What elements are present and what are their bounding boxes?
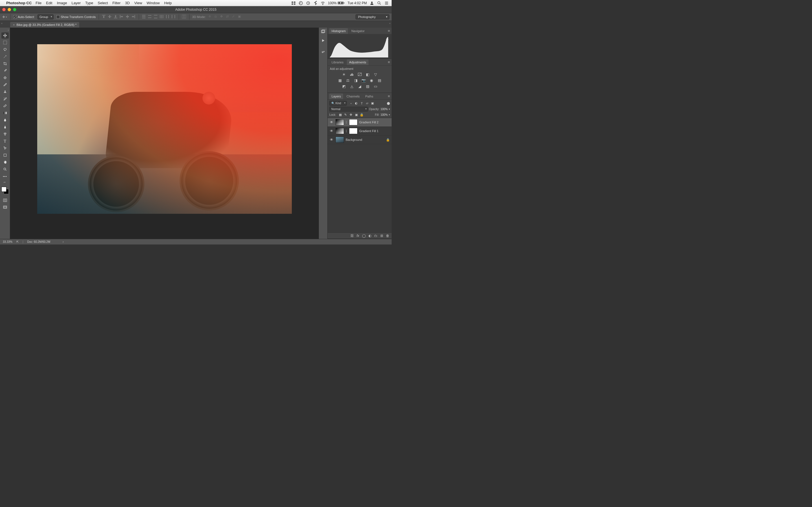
curves-adjustment-icon[interactable] [357, 72, 362, 76]
distribute-left-icon[interactable] [160, 15, 164, 19]
document-canvas[interactable] [37, 44, 292, 214]
menu-help[interactable]: Help [164, 1, 172, 5]
document-tab[interactable]: × Bike.jpg @ 33.3% (Gradient Fill 2, RGB… [10, 22, 79, 27]
blur-tool[interactable] [1, 117, 9, 123]
layer-name[interactable]: Gradient Fill 2 [359, 121, 390, 124]
battery-status[interactable]: 100% [328, 1, 345, 5]
menu-window[interactable]: Window [147, 1, 160, 5]
layer-link-icon[interactable]: ⦚ [346, 129, 347, 133]
menu-view[interactable]: View [134, 1, 142, 5]
distribute-right-icon[interactable] [171, 15, 176, 19]
color-balance-icon[interactable]: ⚖ [345, 78, 350, 82]
eraser-tool[interactable] [1, 103, 9, 109]
layer-name[interactable]: Gradient Fill 1 [359, 129, 390, 133]
posterize-adjustment-icon[interactable]: ◬ [349, 84, 354, 89]
quick-mask-icon[interactable] [1, 197, 9, 203]
3d-camera-icon[interactable]: ▣ [238, 15, 243, 19]
filter-type-icon[interactable]: T [360, 101, 364, 105]
wifi-icon[interactable] [320, 1, 325, 5]
swap-colors-icon[interactable]: ⤺ [1, 180, 8, 184]
histogram-tab[interactable]: Histogram [329, 28, 348, 34]
healing-tool[interactable] [1, 75, 9, 81]
panel-menu-icon[interactable]: ≡ [388, 60, 390, 64]
new-group-icon[interactable]: 🗀 [374, 234, 377, 238]
export-icon[interactable]: ⇱ [16, 240, 18, 243]
auto-select-check[interactable]: Auto-Select: [13, 15, 35, 18]
tab-close-icon[interactable]: × [13, 23, 15, 26]
tab-scroll-right-icon[interactable]: » [389, 22, 391, 25]
notification-center-icon[interactable] [384, 1, 389, 5]
user-icon[interactable] [370, 1, 374, 5]
navigator-tab[interactable]: Navigator [349, 28, 367, 34]
layer-filter-dropdown[interactable]: 🔍 Kind [329, 101, 347, 106]
spotlight-icon[interactable] [377, 1, 382, 5]
color-lookup-icon[interactable]: ▤ [377, 78, 382, 82]
layer-row[interactable]: 👁 ⦚ Gradient Fill 2 [327, 118, 392, 127]
3d-pan-icon[interactable]: ✥ [220, 15, 225, 19]
selective-color-icon[interactable]: ▨ [365, 84, 370, 89]
3d-slide-icon[interactable]: ⇄ [226, 15, 231, 19]
photo-filter-icon[interactable]: 📷 [361, 78, 366, 82]
crop-tool[interactable] [1, 61, 9, 67]
blend-mode-dropdown[interactable]: Normal [329, 107, 368, 112]
layers-tab[interactable]: Layers [329, 94, 343, 99]
creative-cloud-icon[interactable] [299, 1, 303, 5]
histogram-warning-icon[interactable]: ⚠ [386, 37, 389, 41]
align-top-icon[interactable] [102, 15, 106, 19]
threshold-adjustment-icon[interactable]: ◢ [357, 84, 362, 89]
align-hcenter-icon[interactable] [125, 15, 130, 19]
lock-pixels-icon[interactable]: ✎ [344, 113, 348, 117]
hand-tool[interactable] [1, 159, 9, 165]
layer-effects-icon[interactable]: fx [357, 234, 359, 238]
history-brush-tool[interactable] [1, 96, 9, 102]
menu-file[interactable]: File [36, 1, 42, 5]
layer-row[interactable]: 👁 Background 🔒 [327, 135, 392, 144]
type-tool[interactable]: T [1, 138, 9, 144]
fill-value[interactable]: 100% [380, 113, 388, 116]
layer-row[interactable]: 👁 ⦚ Gradient Fill 1 [327, 127, 392, 135]
layer-mask-thumbnail[interactable] [349, 119, 357, 125]
visibility-toggle-icon[interactable]: 👁 [329, 129, 334, 133]
menu-filter[interactable]: Filter [112, 1, 121, 5]
align-bottom-icon[interactable] [114, 15, 118, 19]
dodge-tool[interactable] [1, 124, 9, 130]
window-close-button[interactable] [2, 8, 6, 11]
levels-adjustment-icon[interactable] [349, 72, 354, 76]
lock-transparency-icon[interactable]: ▩ [338, 113, 342, 117]
zoom-tool[interactable] [1, 166, 9, 172]
magic-wand-tool[interactable] [1, 54, 9, 60]
3d-roll-icon[interactable]: ◎ [214, 15, 219, 19]
filter-smart-icon[interactable]: ▣ [370, 101, 374, 105]
move-tool-icon[interactable]: ▼ [2, 14, 7, 19]
auto-align-icon[interactable] [182, 15, 186, 19]
distribute-top-icon[interactable] [142, 15, 146, 19]
add-mask-icon[interactable]: ◯ [362, 234, 366, 238]
filter-adjustment-icon[interactable]: ◐ [354, 101, 358, 105]
channel-mixer-icon[interactable]: ◉ [369, 78, 374, 82]
align-vcenter-icon[interactable] [108, 15, 112, 19]
pen-tool[interactable] [1, 131, 9, 137]
visibility-toggle-icon[interactable]: 👁 [329, 138, 334, 142]
doc-size[interactable]: Doc: 60.2M/60.2M [28, 240, 50, 243]
bluetooth-icon[interactable] [313, 1, 318, 5]
opacity-value[interactable]: 100% [380, 108, 388, 111]
filter-shape-icon[interactable]: ▱ [365, 101, 369, 105]
menu-select[interactable]: Select [98, 1, 108, 5]
extra-tool[interactable]: ••• [1, 173, 9, 179]
layer-thumbnail[interactable] [336, 136, 344, 143]
brightness-adjustment-icon[interactable]: ☀ [342, 72, 347, 76]
distribute-vcenter-icon[interactable] [148, 15, 152, 19]
marquee-tool[interactable] [1, 40, 9, 46]
lock-artboard-icon[interactable]: ▣ [354, 113, 358, 117]
3d-orbit-icon[interactable]: ⭘ [208, 15, 213, 19]
hue-adjustment-icon[interactable]: ▦ [338, 78, 343, 82]
lock-position-icon[interactable]: ✥ [349, 113, 353, 117]
exposure-adjustment-icon[interactable]: ◧ [365, 72, 370, 76]
layer-mask-thumbnail[interactable] [349, 128, 357, 134]
properties-panel-icon[interactable] [321, 50, 325, 55]
gradient-map-icon[interactable]: ▭ [373, 84, 378, 89]
tab-scroll-left-icon[interactable]: « [1, 22, 3, 25]
path-select-tool[interactable] [1, 145, 9, 151]
app-name[interactable]: Photoshop CC [6, 1, 32, 5]
shape-tool[interactable] [1, 152, 9, 158]
